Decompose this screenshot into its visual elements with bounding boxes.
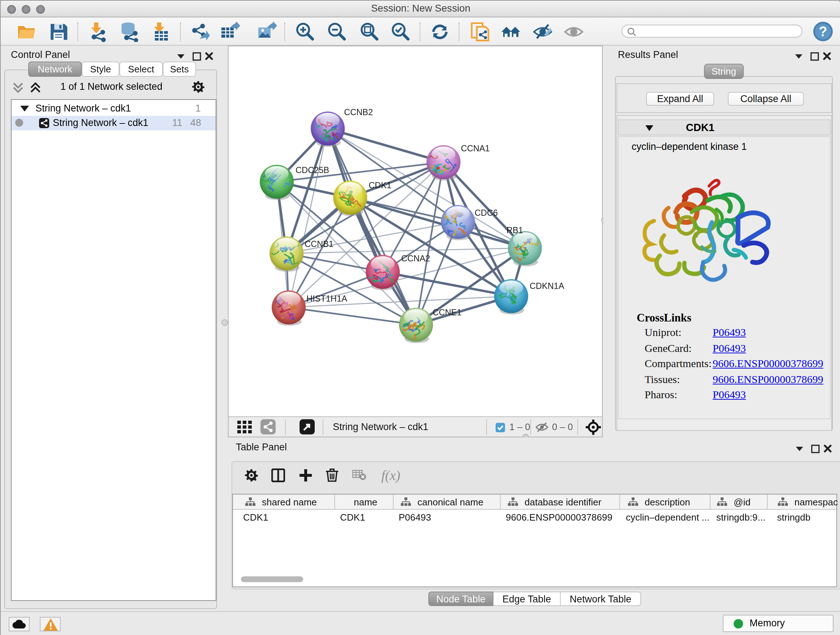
- svg-text:RB1: RB1: [507, 226, 523, 235]
- svg-text:CCNE1: CCNE1: [433, 308, 462, 317]
- svg-text:?: ?: [819, 24, 827, 39]
- svg-text:CDC25B: CDC25B: [295, 165, 329, 175]
- svg-text:CCNA2: CCNA2: [401, 254, 430, 263]
- svg-text:CDKN1A: CDKN1A: [530, 281, 564, 291]
- svg-text:CCNB1: CCNB1: [305, 239, 333, 249]
- svg-text:CCNB2: CCNB2: [344, 108, 373, 117]
- svg-text:HIST1H1A: HIST1H1A: [306, 294, 347, 303]
- svg-text:CCNA1: CCNA1: [461, 144, 490, 153]
- svg-text:CDK1: CDK1: [369, 181, 392, 190]
- svg-text:CDC6: CDC6: [475, 208, 498, 218]
